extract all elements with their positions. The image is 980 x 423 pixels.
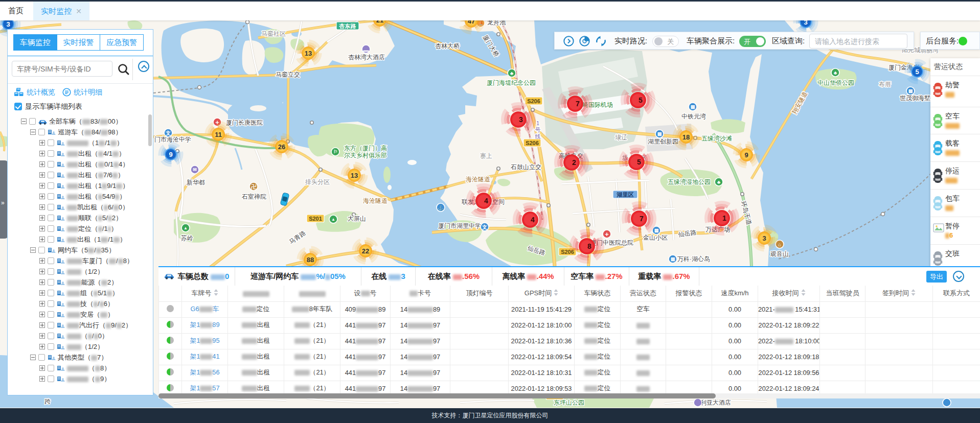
svg-text:26: 26	[278, 143, 285, 151]
svg-text:五缘湾沙滩: 五缘湾沙滩	[701, 135, 732, 142]
svg-text:21: 21	[376, 20, 383, 24]
svg-text:S201: S201	[309, 216, 322, 222]
svg-text:▤: ▤	[671, 256, 675, 262]
svg-text:♣: ♣	[510, 70, 514, 76]
svg-text:杏林大桥: 杏林大桥	[435, 42, 460, 50]
svg-text:88: 88	[307, 256, 314, 264]
svg-text:湖里创新园: 湖里创新园	[648, 138, 678, 145]
svg-text:埭辽: 埭辽	[615, 134, 627, 141]
svg-text:⚓: ⚓	[438, 204, 444, 211]
svg-text:▤: ▤	[654, 228, 659, 233]
svg-text:3: 3	[519, 115, 523, 124]
svg-text:中山华侨公园: 中山华侨公园	[817, 79, 854, 86]
svg-text:新华都: 新华都	[187, 179, 205, 186]
svg-text:大屏山: 大屏山	[348, 215, 366, 222]
svg-text:观音山: 观音山	[770, 250, 789, 257]
svg-text:东方（厦门）高: 东方（厦门）高	[344, 145, 387, 152]
svg-text:✉: ✉	[193, 167, 197, 172]
svg-text:5: 5	[915, 68, 919, 76]
svg-text:S206: S206	[527, 98, 540, 104]
svg-text:7: 7	[576, 100, 580, 108]
svg-text:寨上: 寨上	[480, 152, 492, 159]
svg-text:8: 8	[587, 242, 591, 250]
svg-text:中铁元湾: 中铁元湾	[681, 113, 706, 120]
svg-text:3: 3	[804, 20, 807, 26]
svg-text:文: 文	[165, 130, 171, 136]
svg-text:▲: ▲	[331, 217, 335, 222]
svg-text:线: 线	[535, 133, 541, 139]
svg-text:1: 1	[536, 120, 539, 126]
svg-text:9: 9	[169, 151, 172, 158]
svg-text:▤: ▤	[657, 131, 662, 136]
svg-text:苏岭: 苏岭	[181, 234, 193, 242]
svg-text:3: 3	[762, 234, 766, 242]
svg-text:利亚大酒店: 利亚大酒店	[700, 399, 731, 406]
svg-text:湖里区: 湖里区	[617, 192, 634, 198]
svg-text:+: +	[605, 230, 609, 238]
svg-text:龙舟池: 龙舟池	[487, 20, 506, 26]
svg-text:▲: ▲	[184, 226, 188, 230]
svg-text:马銮立交: 马銮立交	[276, 71, 300, 78]
svg-text:18: 18	[682, 133, 690, 141]
svg-text:杏林湾大酒店: 杏林湾大酒店	[348, 54, 385, 61]
svg-text:文: 文	[482, 224, 487, 230]
svg-text:石鼓山立交: 石鼓山立交	[510, 163, 541, 171]
svg-text:▤: ▤	[908, 88, 913, 93]
svg-text:排头分区: 排头分区	[305, 178, 330, 185]
svg-text:号: 号	[535, 127, 541, 133]
svg-text:杏东路: 杏东路	[339, 23, 356, 29]
svg-text:跨: 跨	[44, 398, 51, 405]
svg-text:海沧隧道: 海沧隧道	[466, 176, 490, 183]
svg-text:22: 22	[362, 247, 369, 255]
svg-text:卍: 卍	[251, 184, 257, 190]
svg-text:4: 4	[484, 197, 488, 205]
svg-text:S206: S206	[526, 140, 539, 146]
svg-text:2: 2	[572, 158, 576, 167]
svg-text:⚐: ⚐	[333, 149, 337, 154]
svg-text:1: 1	[722, 214, 726, 222]
svg-text:五缘湾湿地公园: 五缘湾湿地公园	[668, 178, 711, 185]
svg-text:厦门长庚医院: 厦门长庚医院	[226, 119, 263, 126]
svg-text:马銮社区: 马銮社区	[261, 30, 286, 37]
svg-text:47: 47	[468, 20, 475, 25]
svg-text:4: 4	[531, 216, 535, 224]
svg-text:♣: ♣	[834, 70, 837, 76]
svg-text:▤: ▤	[691, 104, 695, 109]
svg-text:厦门海堤纪念公园: 厦门海堤纪念公园	[487, 79, 536, 86]
svg-text:厦门市湖里中学: 厦门市湖里中学	[438, 222, 481, 229]
svg-text:7: 7	[640, 215, 644, 223]
svg-text:13: 13	[305, 50, 312, 57]
svg-text:东坪山公园: 东坪山公园	[554, 399, 584, 406]
svg-text:♣: ♣	[717, 179, 721, 185]
svg-text:金山小区: 金山小区	[643, 234, 668, 241]
svg-text:万科·湖心岛: 万科·湖心岛	[677, 255, 710, 263]
svg-text:3: 3	[6, 20, 10, 28]
svg-text:布厝: 布厝	[879, 81, 891, 88]
svg-text:13: 13	[351, 172, 358, 179]
svg-text:9: 9	[744, 151, 748, 159]
svg-text:⌂: ⌂	[778, 242, 781, 247]
svg-text:世茂御海墅: 世茂御海墅	[900, 95, 930, 102]
svg-text:尔夫乡村俱乐部: 尔夫乡村俱乐部	[344, 152, 387, 159]
svg-text:海沧隧道: 海沧隧道	[363, 197, 388, 204]
svg-text:11: 11	[215, 131, 222, 138]
svg-text:5: 5	[639, 96, 643, 104]
svg-text:石室禅院: 石室禅院	[241, 193, 266, 200]
svg-text:5: 5	[637, 158, 641, 166]
